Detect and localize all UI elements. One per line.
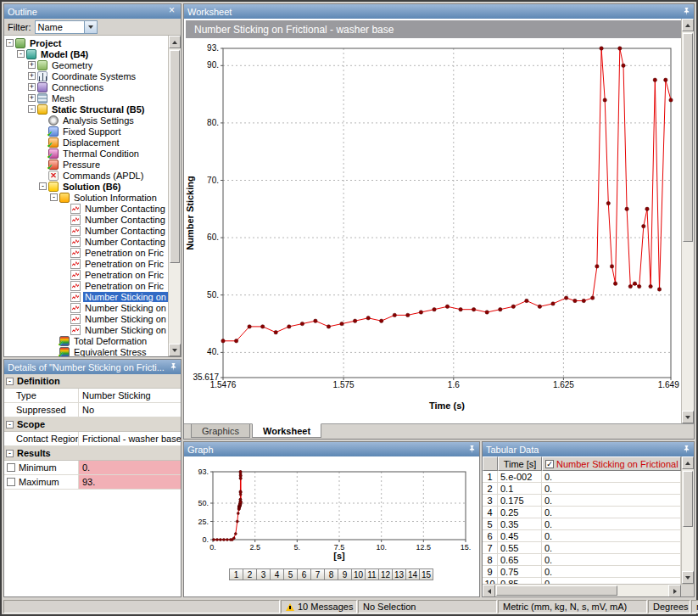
tree-item-displacement[interactable]: ✓Displacement	[4, 137, 168, 148]
step-button-6[interactable]: 6	[297, 568, 311, 580]
plus-expander-icon[interactable]: +	[28, 83, 36, 91]
details-value[interactable]: 0.	[79, 461, 181, 474]
tree-item-total-deformation[interactable]: ✓Total Deformation	[4, 335, 168, 346]
step-button-3[interactable]: 3	[256, 568, 271, 580]
tree-item-thermal-condition[interactable]: ✓Thermal Condition	[4, 148, 168, 159]
scroll-down-icon[interactable]	[682, 571, 694, 584]
pin-icon[interactable]	[468, 445, 476, 453]
details-section-results[interactable]: -Results	[4, 446, 181, 461]
scroll-left-icon[interactable]	[483, 585, 495, 597]
tree-item-pressure[interactable]: ✓Pressure	[4, 159, 168, 170]
scroll-thumb[interactable]	[683, 33, 693, 242]
tab-graphics[interactable]: Graphics	[191, 424, 250, 438]
tab-worksheet[interactable]: Worksheet	[252, 423, 321, 438]
step-button-13[interactable]: 13	[392, 568, 406, 580]
step-button-9[interactable]: 9	[338, 568, 352, 580]
tree-item-project[interactable]: -Project	[4, 37, 168, 48]
tree-item-number-contacting[interactable]: Number Contacting	[4, 225, 168, 236]
tree-item-geometry[interactable]: +Geometry	[4, 59, 168, 70]
scroll-track[interactable]	[495, 585, 668, 596]
tabular-scrollbar[interactable]	[681, 456, 694, 584]
tree-item-fixed-support[interactable]: ✓Fixed Support	[4, 126, 168, 137]
tree-item-model-b4[interactable]: -Model (B4)	[4, 48, 168, 59]
details-value[interactable]: Frictional - washer base	[79, 432, 181, 445]
status-messages[interactable]: 10 Messages	[281, 600, 357, 613]
tree-item-connections[interactable]: +Connections	[4, 81, 168, 92]
checkbox[interactable]	[7, 478, 15, 486]
scroll-thumb[interactable]	[170, 50, 180, 263]
tree-item-solution-information[interactable]: -Solution Information	[4, 192, 168, 203]
details-value[interactable]: 93.	[79, 475, 181, 489]
tabular-hscrollbar[interactable]	[483, 584, 694, 596]
tabular-header[interactable]: Tabular Data	[483, 442, 694, 456]
tree-item-penetration-on-fric[interactable]: Penetration on Fric	[4, 280, 168, 291]
tree-item-penetration-on-fric[interactable]: Penetration on Fric	[4, 269, 168, 280]
tree-item-number-contacting[interactable]: Number Contacting	[4, 214, 168, 225]
tree-item-commands-apdl[interactable]: Commands (APDL)	[4, 170, 168, 181]
minus-expander-icon[interactable]: -	[6, 39, 14, 47]
tree-item-coordinate-systems[interactable]: +Coordinate Systems	[4, 70, 168, 81]
tree-item-penetration-on-fric[interactable]: Penetration on Fric	[4, 247, 168, 258]
minus-expander-icon[interactable]: -	[39, 182, 47, 190]
step-button-8[interactable]: 8	[324, 568, 338, 580]
step-button-5[interactable]: 5	[283, 568, 298, 580]
details-value[interactable]: Number Sticking	[79, 389, 181, 402]
pin-icon[interactable]	[170, 363, 177, 371]
plus-expander-icon[interactable]: +	[28, 94, 36, 102]
graph-header[interactable]: Graph	[184, 442, 479, 456]
scroll-thumb[interactable]	[683, 471, 693, 527]
tree-item-number-sticking-on[interactable]: Number Sticking on	[4, 291, 168, 302]
pin-icon[interactable]	[683, 8, 690, 15]
scroll-up-icon[interactable]	[169, 36, 181, 48]
step-button-7[interactable]: 7	[310, 568, 325, 580]
minus-expander-icon[interactable]: -	[17, 50, 25, 58]
scroll-track[interactable]	[682, 469, 694, 571]
details-value[interactable]: No	[79, 403, 181, 417]
tree-item-number-sticking-on[interactable]: Number Sticking on	[4, 313, 168, 324]
step-button-10[interactable]: 10	[351, 568, 366, 580]
step-button-14[interactable]: 14	[405, 568, 420, 580]
step-button-1[interactable]: 1	[229, 568, 243, 580]
scroll-track[interactable]	[682, 31, 694, 411]
scroll-track[interactable]	[169, 48, 181, 344]
minus-expander-icon[interactable]: -	[50, 193, 58, 201]
step-button-12[interactable]: 12	[378, 568, 393, 580]
details-header[interactable]: Details of "Number Sticking on Fricti...	[4, 360, 181, 374]
scroll-down-icon[interactable]	[682, 411, 694, 423]
tree-item-number-sticking-on[interactable]: Number Sticking on	[4, 324, 168, 335]
scroll-right-icon[interactable]	[668, 585, 681, 597]
tree-item-equivalent-stress[interactable]: ✓Equivalent Stress	[4, 346, 168, 356]
minus-expander-icon[interactable]: -	[6, 421, 14, 428]
pin-icon[interactable]	[683, 445, 690, 453]
tree-item-number-contacting[interactable]: Number Contacting	[4, 203, 168, 214]
details-section-definition[interactable]: -Definition	[4, 374, 181, 389]
time-column-header[interactable]: Time [s]	[498, 456, 542, 471]
step-button-2[interactable]: 2	[243, 568, 257, 580]
minus-expander-icon[interactable]: -	[28, 105, 36, 113]
tree-item-analysis-settings[interactable]: Analysis Settings	[4, 115, 168, 126]
minus-expander-icon[interactable]: -	[6, 450, 14, 457]
column-checkbox[interactable]: ✓	[545, 460, 554, 468]
tree-item-penetration-on-fric[interactable]: Penetration on Fric	[4, 258, 168, 269]
filter-dropdown[interactable]: Name	[35, 20, 98, 34]
step-button-11[interactable]: 11	[365, 568, 379, 580]
tree-item-number-contacting[interactable]: Number Contacting	[4, 236, 168, 247]
scroll-up-icon[interactable]	[682, 19, 694, 31]
scroll-up-icon[interactable]	[682, 456, 694, 469]
tree-item-static-structural-b5[interactable]: -Static Structural (B5)	[4, 104, 168, 115]
step-button-4[interactable]: 4	[270, 568, 284, 580]
scroll-down-icon[interactable]	[169, 344, 181, 356]
tree-item-number-sticking-on[interactable]: Number Sticking on	[4, 302, 168, 313]
plus-expander-icon[interactable]: +	[28, 61, 36, 69]
tree-item-solution-b6[interactable]: -Solution (B6)	[4, 181, 168, 192]
worksheet-scrollbar[interactable]	[681, 19, 694, 423]
outline-scrollbar[interactable]	[168, 36, 181, 356]
close-icon[interactable]: ×	[166, 6, 177, 17]
scroll-thumb[interactable]	[496, 585, 617, 596]
chevron-down-icon[interactable]	[84, 21, 97, 33]
minus-expander-icon[interactable]: -	[6, 378, 14, 385]
worksheet-header[interactable]: Worksheet	[184, 4, 694, 19]
outline-header[interactable]: Outline ×	[4, 4, 181, 19]
value-column-header[interactable]: ✓ Number Sticking on Frictional - wash	[542, 456, 681, 471]
checkbox[interactable]	[7, 463, 15, 472]
